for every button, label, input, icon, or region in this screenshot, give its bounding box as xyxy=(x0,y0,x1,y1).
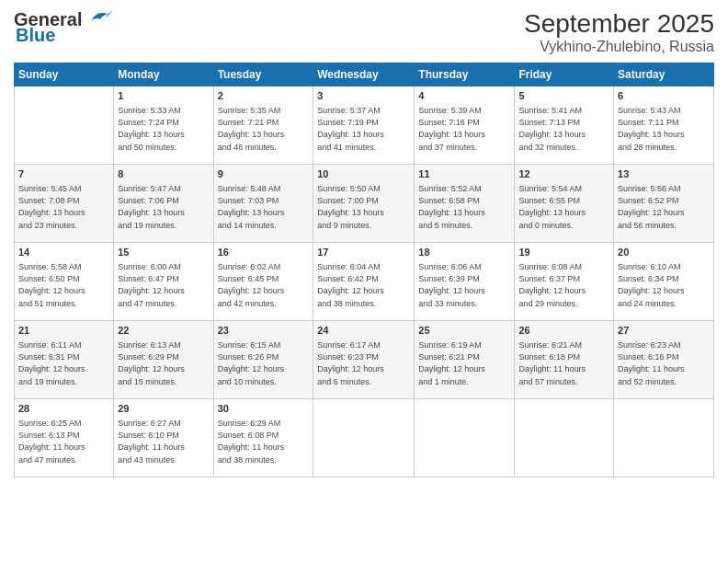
day-number: 12 xyxy=(518,167,609,181)
calendar-cell: 2Sunrise: 5:35 AMSunset: 7:21 PMDaylight… xyxy=(213,86,313,165)
day-info: Sunrise: 5:39 AMSunset: 7:16 PMDaylight:… xyxy=(418,105,510,153)
day-number: 11 xyxy=(418,167,510,181)
calendar-cell: 16Sunrise: 6:02 AMSunset: 6:45 PMDayligh… xyxy=(213,243,313,321)
day-info: Sunrise: 5:37 AMSunset: 7:19 PMDaylight:… xyxy=(317,105,410,153)
day-info: Sunrise: 6:04 AMSunset: 6:42 PMDaylight:… xyxy=(317,261,410,309)
day-info: Sunrise: 5:35 AMSunset: 7:21 PMDaylight:… xyxy=(218,105,310,153)
day-info: Sunrise: 6:02 AMSunset: 6:45 PMDaylight:… xyxy=(218,261,310,309)
calendar-cell: 6Sunrise: 5:43 AMSunset: 7:11 PMDaylight… xyxy=(614,86,714,165)
day-info: Sunrise: 5:58 AMSunset: 6:50 PMDaylight:… xyxy=(18,261,109,309)
calendar-table: Sunday Monday Tuesday Wednesday Thursday… xyxy=(14,63,714,477)
calendar-cell: 17Sunrise: 6:04 AMSunset: 6:42 PMDayligh… xyxy=(313,243,415,321)
col-thursday: Thursday xyxy=(415,63,515,86)
page: General Blue September 2025 Vykhino-Zhul… xyxy=(0,0,728,563)
day-info: Sunrise: 6:11 AMSunset: 6:31 PMDaylight:… xyxy=(18,339,109,387)
calendar-cell: 13Sunrise: 5:56 AMSunset: 6:52 PMDayligh… xyxy=(614,165,714,243)
day-info: Sunrise: 6:10 AMSunset: 6:34 PMDaylight:… xyxy=(618,261,710,309)
calendar-cell: 12Sunrise: 5:54 AMSunset: 6:55 PMDayligh… xyxy=(515,165,614,243)
day-number: 23 xyxy=(218,324,310,338)
day-info: Sunrise: 5:50 AMSunset: 7:00 PMDaylight:… xyxy=(317,183,410,231)
logo: General Blue xyxy=(14,9,113,46)
day-info: Sunrise: 6:08 AMSunset: 6:37 PMDaylight:… xyxy=(518,261,609,309)
day-number: 4 xyxy=(418,89,510,103)
calendar-cell: 7Sunrise: 5:45 AMSunset: 7:08 PMDaylight… xyxy=(15,165,114,243)
day-info: Sunrise: 5:54 AMSunset: 6:55 PMDaylight:… xyxy=(518,183,609,231)
day-number: 21 xyxy=(18,324,109,338)
day-info: Sunrise: 6:13 AMSunset: 6:29 PMDaylight:… xyxy=(118,339,209,387)
logo-blue: Blue xyxy=(16,25,55,46)
day-number: 15 xyxy=(118,246,209,259)
calendar-cell: 9Sunrise: 5:48 AMSunset: 7:03 PMDaylight… xyxy=(213,165,313,243)
calendar-cell xyxy=(415,399,515,477)
day-number: 13 xyxy=(618,167,710,181)
calendar-cell: 24Sunrise: 6:17 AMSunset: 6:23 PMDayligh… xyxy=(313,321,415,399)
day-number: 20 xyxy=(618,246,710,259)
day-info: Sunrise: 5:45 AMSunset: 7:08 PMDaylight:… xyxy=(18,183,109,231)
day-info: Sunrise: 5:52 AMSunset: 6:58 PMDaylight:… xyxy=(418,183,510,231)
day-info: Sunrise: 6:19 AMSunset: 6:21 PMDaylight:… xyxy=(418,339,510,387)
week-row-4: 28Sunrise: 6:25 AMSunset: 6:13 PMDayligh… xyxy=(15,399,714,477)
day-number: 26 xyxy=(518,324,609,338)
day-number: 27 xyxy=(618,324,710,338)
day-number: 3 xyxy=(317,89,410,103)
day-number: 5 xyxy=(518,89,609,103)
col-sunday: Sunday xyxy=(15,63,114,86)
day-info: Sunrise: 6:00 AMSunset: 6:47 PMDaylight:… xyxy=(118,261,209,309)
col-tuesday: Tuesday xyxy=(213,63,313,86)
day-info: Sunrise: 5:48 AMSunset: 7:03 PMDaylight:… xyxy=(218,183,310,231)
col-saturday: Saturday xyxy=(614,63,714,86)
calendar-cell: 18Sunrise: 6:06 AMSunset: 6:39 PMDayligh… xyxy=(415,243,515,321)
calendar-cell: 5Sunrise: 5:41 AMSunset: 7:13 PMDaylight… xyxy=(515,86,614,165)
header: General Blue September 2025 Vykhino-Zhul… xyxy=(14,9,714,55)
calendar-cell: 15Sunrise: 6:00 AMSunset: 6:47 PMDayligh… xyxy=(114,243,213,321)
logo-bird-icon xyxy=(84,8,113,29)
calendar-title: September 2025 xyxy=(524,9,714,39)
day-number: 2 xyxy=(218,89,310,103)
day-number: 22 xyxy=(118,324,209,338)
week-row-0: 1Sunrise: 5:33 AMSunset: 7:24 PMDaylight… xyxy=(15,86,714,165)
calendar-cell: 27Sunrise: 6:23 AMSunset: 6:16 PMDayligh… xyxy=(614,321,714,399)
day-number: 8 xyxy=(118,167,209,181)
day-number: 24 xyxy=(317,324,410,338)
day-number: 14 xyxy=(18,246,109,259)
calendar-cell: 3Sunrise: 5:37 AMSunset: 7:19 PMDaylight… xyxy=(313,86,415,165)
day-number: 25 xyxy=(418,324,510,338)
calendar-cell: 10Sunrise: 5:50 AMSunset: 7:00 PMDayligh… xyxy=(313,165,415,243)
day-info: Sunrise: 5:47 AMSunset: 7:06 PMDaylight:… xyxy=(118,183,209,231)
week-row-1: 7Sunrise: 5:45 AMSunset: 7:08 PMDaylight… xyxy=(15,165,714,243)
day-info: Sunrise: 5:56 AMSunset: 6:52 PMDaylight:… xyxy=(618,183,710,231)
day-number: 18 xyxy=(418,246,510,259)
day-info: Sunrise: 6:06 AMSunset: 6:39 PMDaylight:… xyxy=(418,261,510,309)
calendar-cell xyxy=(515,399,614,477)
week-row-2: 14Sunrise: 5:58 AMSunset: 6:50 PMDayligh… xyxy=(15,243,714,321)
day-info: Sunrise: 6:29 AMSunset: 6:08 PMDaylight:… xyxy=(218,418,310,465)
calendar-cell: 22Sunrise: 6:13 AMSunset: 6:29 PMDayligh… xyxy=(114,321,213,399)
calendar-cell: 14Sunrise: 5:58 AMSunset: 6:50 PMDayligh… xyxy=(15,243,114,321)
day-info: Sunrise: 6:25 AMSunset: 6:13 PMDaylight:… xyxy=(18,418,109,465)
calendar-cell: 28Sunrise: 6:25 AMSunset: 6:13 PMDayligh… xyxy=(15,399,114,477)
calendar-cell: 30Sunrise: 6:29 AMSunset: 6:08 PMDayligh… xyxy=(213,399,313,477)
day-info: Sunrise: 5:41 AMSunset: 7:13 PMDaylight:… xyxy=(518,105,609,153)
day-info: Sunrise: 6:15 AMSunset: 6:26 PMDaylight:… xyxy=(218,339,310,387)
calendar-cell: 20Sunrise: 6:10 AMSunset: 6:34 PMDayligh… xyxy=(614,243,714,321)
calendar-cell: 29Sunrise: 6:27 AMSunset: 6:10 PMDayligh… xyxy=(114,399,213,477)
header-row: Sunday Monday Tuesday Wednesday Thursday… xyxy=(15,63,714,86)
day-number: 29 xyxy=(118,402,209,416)
day-info: Sunrise: 5:43 AMSunset: 7:11 PMDaylight:… xyxy=(618,105,710,153)
calendar-cell xyxy=(15,86,114,165)
calendar-cell: 26Sunrise: 6:21 AMSunset: 6:18 PMDayligh… xyxy=(515,321,614,399)
day-number: 19 xyxy=(518,246,609,259)
calendar-cell: 4Sunrise: 5:39 AMSunset: 7:16 PMDaylight… xyxy=(415,86,515,165)
calendar-cell: 11Sunrise: 5:52 AMSunset: 6:58 PMDayligh… xyxy=(415,165,515,243)
calendar-cell: 1Sunrise: 5:33 AMSunset: 7:24 PMDaylight… xyxy=(114,86,213,165)
day-info: Sunrise: 6:27 AMSunset: 6:10 PMDaylight:… xyxy=(118,418,209,465)
day-number: 30 xyxy=(218,402,310,416)
day-info: Sunrise: 5:33 AMSunset: 7:24 PMDaylight:… xyxy=(118,105,209,153)
calendar-cell: 19Sunrise: 6:08 AMSunset: 6:37 PMDayligh… xyxy=(515,243,614,321)
calendar-cell: 8Sunrise: 5:47 AMSunset: 7:06 PMDaylight… xyxy=(114,165,213,243)
calendar-cell xyxy=(614,399,714,477)
calendar-cell: 25Sunrise: 6:19 AMSunset: 6:21 PMDayligh… xyxy=(415,321,515,399)
week-row-3: 21Sunrise: 6:11 AMSunset: 6:31 PMDayligh… xyxy=(15,321,714,399)
col-monday: Monday xyxy=(114,63,213,86)
day-info: Sunrise: 6:21 AMSunset: 6:18 PMDaylight:… xyxy=(518,339,609,387)
